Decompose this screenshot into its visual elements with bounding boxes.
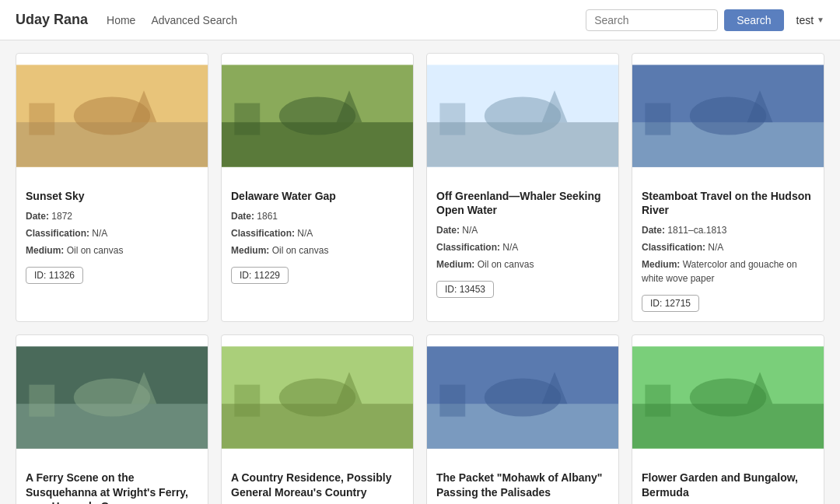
- artwork-card-8: Flower Garden and Bungalow, Bermuda Date…: [632, 334, 824, 504]
- nav-search-area: Search test ▼: [586, 9, 824, 31]
- card-id-button[interactable]: ID: 11326: [26, 267, 83, 284]
- artwork-card-4: Steamboat Travel on the Hudson River Dat…: [632, 53, 824, 322]
- svg-rect-13: [439, 103, 465, 135]
- artwork-card-7: The Packet "Mohawk of Albany" Passing th…: [426, 334, 619, 504]
- card-title: A Country Residence, Possibly General Mo…: [231, 471, 404, 499]
- card-id-button[interactable]: ID: 13453: [436, 281, 494, 298]
- card-body: The Packet "Mohawk of Albany" Passing th…: [427, 463, 618, 504]
- card-image-wrapper: [427, 335, 618, 463]
- svg-rect-18: [645, 103, 670, 135]
- svg-rect-38: [645, 385, 670, 417]
- nav-advanced-search[interactable]: Advanced Search: [151, 14, 237, 26]
- artwork-card-3: Off Greenland—Whaler Seeking Open Water …: [426, 53, 619, 322]
- card-title: A Ferry Scene on the Susquehanna at Wrig…: [26, 471, 198, 504]
- card-body: A Ferry Scene on the Susquehanna at Wrig…: [16, 463, 208, 504]
- card-image-wrapper: [632, 54, 824, 181]
- card-date: Date: 1811–ca.1813: [642, 223, 814, 237]
- card-title: Steamboat Travel on the Hudson River: [642, 189, 814, 217]
- card-image-wrapper: [16, 54, 208, 181]
- card-title: Flower Garden and Bungalow, Bermuda: [642, 471, 814, 499]
- card-medium: Medium: Oil on canvas: [436, 257, 609, 271]
- svg-rect-23: [29, 385, 54, 417]
- card-date: Date: 1861: [231, 209, 404, 223]
- artwork-card-5: A Ferry Scene on the Susquehanna at Wrig…: [16, 334, 208, 504]
- svg-rect-28: [234, 385, 260, 417]
- card-body: Flower Garden and Bungalow, Bermuda Date…: [632, 463, 824, 504]
- artwork-card-1: Sunset Sky Date: 1872Classification: N/A…: [16, 53, 208, 322]
- user-label: test: [796, 14, 814, 26]
- search-button[interactable]: Search: [724, 9, 783, 31]
- card-classification: Classification: N/A: [231, 226, 404, 240]
- artwork-card-2: Delaware Water Gap Date: 1861Classificat…: [221, 53, 414, 322]
- card-id-button[interactable]: ID: 11229: [231, 267, 289, 284]
- card-image-wrapper: [427, 54, 618, 181]
- navbar: Uday Rana Home Advanced Search Search te…: [0, 0, 840, 40]
- card-classification: Classification: N/A: [642, 240, 814, 254]
- card-date: Date: N/A: [436, 223, 609, 237]
- nav-brand: Uday Rana: [16, 12, 88, 28]
- card-medium: Medium: Watercolor and gouache on white …: [642, 257, 814, 285]
- card-medium: Medium: Oil on canvas: [231, 243, 404, 257]
- card-medium: Medium: Oil on canvas: [26, 243, 198, 257]
- card-image-wrapper: [222, 335, 413, 463]
- card-body: A Country Residence, Possibly General Mo…: [222, 463, 413, 504]
- card-classification: Classification: N/A: [26, 226, 198, 240]
- svg-rect-3: [29, 103, 54, 135]
- card-body: Off Greenland—Whaler Seeking Open Water …: [427, 181, 618, 321]
- card-title: Delaware Water Gap: [231, 189, 404, 203]
- artwork-grid: Sunset Sky Date: 1872Classification: N/A…: [0, 40, 840, 504]
- card-body: Steamboat Travel on the Hudson River Dat…: [632, 181, 824, 321]
- nav-links: Home Advanced Search: [107, 14, 237, 26]
- card-classification: Classification: N/A: [436, 240, 609, 254]
- card-title: The Packet "Mohawk of Albany" Passing th…: [436, 471, 609, 499]
- card-date: Date: 1872: [26, 209, 198, 223]
- chevron-down-icon: ▼: [817, 16, 824, 24]
- user-menu[interactable]: test ▼: [796, 14, 824, 26]
- card-title: Off Greenland—Whaler Seeking Open Water: [436, 189, 609, 217]
- card-title: Sunset Sky: [26, 189, 198, 203]
- card-body: Delaware Water Gap Date: 1861Classificat…: [222, 181, 413, 321]
- search-input[interactable]: [586, 9, 718, 31]
- svg-rect-8: [234, 103, 260, 135]
- artwork-card-6: A Country Residence, Possibly General Mo…: [221, 334, 414, 504]
- card-image-wrapper: [16, 335, 208, 463]
- card-image-wrapper: [632, 335, 824, 463]
- card-image-wrapper: [222, 54, 413, 181]
- nav-home[interactable]: Home: [107, 14, 135, 26]
- svg-rect-33: [439, 385, 465, 417]
- card-id-button[interactable]: ID: 12715: [642, 295, 699, 312]
- card-body: Sunset Sky Date: 1872Classification: N/A…: [16, 181, 208, 321]
